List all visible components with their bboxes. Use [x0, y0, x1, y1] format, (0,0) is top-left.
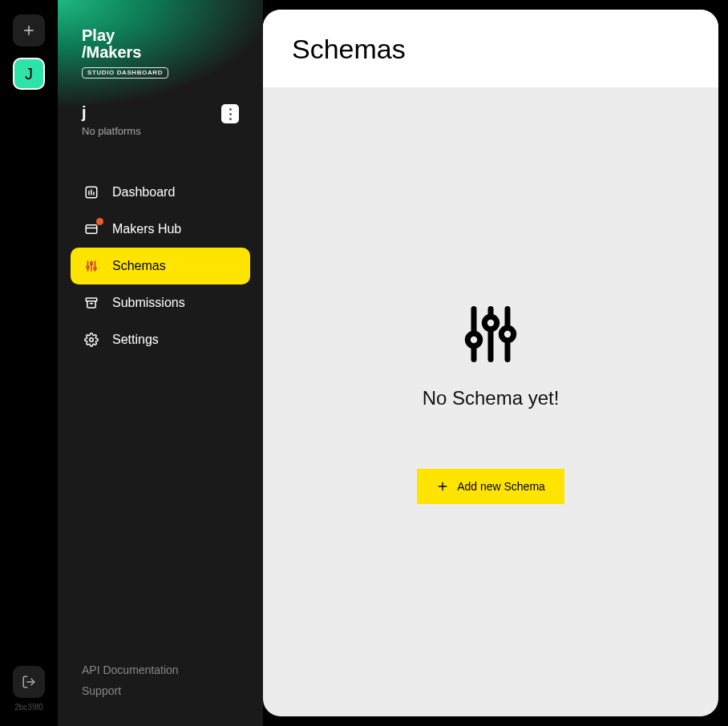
footer-support-link[interactable]: Support — [82, 680, 239, 702]
version-label: 2bc39f0 — [14, 703, 43, 712]
brand-logo: Play /Makers STUDIO DASHBOARD — [82, 27, 239, 79]
sidebar: Play /Makers STUDIO DASHBOARD j No platf… — [58, 0, 263, 726]
avatar-letter: J — [25, 65, 33, 83]
logout-button[interactable] — [13, 666, 45, 698]
logout-icon — [22, 675, 36, 689]
page-title: Schemas — [292, 34, 690, 65]
archive-icon — [83, 295, 99, 311]
chart-icon — [83, 184, 99, 200]
svg-rect-7 — [86, 225, 97, 234]
add-schema-label: Add new Schema — [457, 480, 545, 493]
brand-line1: Play — [82, 27, 239, 44]
empty-title: No Schema yet! — [423, 387, 560, 409]
sidebar-item-schemas[interactable]: Schemas — [71, 248, 250, 284]
main-wrap: Schemas No Schema yet! Add new Schema — [263, 0, 728, 726]
svg-point-14 — [94, 268, 96, 270]
sidebar-item-makers-hub[interactable]: Makers Hub — [71, 211, 250, 248]
sidebar-item-settings[interactable]: Settings — [71, 321, 250, 358]
notification-badge — [96, 218, 103, 225]
plus-icon — [22, 23, 36, 38]
rail-top: J — [13, 14, 45, 666]
rail-bottom: 2bc39f0 — [13, 666, 45, 712]
workspace-name: j — [82, 104, 141, 120]
sidebar-item-submissions[interactable]: Submissions — [71, 284, 250, 321]
empty-icon-wrap — [457, 300, 524, 368]
workspace-info: j No platforms — [82, 104, 141, 137]
sidebar-item-label: Makers Hub — [112, 222, 181, 236]
workspace-avatar[interactable]: J — [13, 58, 45, 90]
sliders-large-icon — [457, 300, 524, 368]
sidebar-footer: API Documentation Support — [58, 659, 263, 726]
brand-badge: STUDIO DASHBOARD — [82, 67, 168, 79]
svg-point-21 — [484, 317, 496, 329]
add-schema-button[interactable]: Add new Schema — [417, 469, 564, 504]
sliders-icon — [83, 258, 99, 274]
sidebar-item-label: Settings — [112, 333, 159, 347]
workspace-platforms: No platforms — [82, 125, 141, 137]
rail-add-button[interactable] — [13, 14, 45, 46]
sidebar-item-label: Schemas — [112, 259, 166, 273]
sidebar-nav: Dashboard Makers Hub Schemas Submissions — [58, 155, 263, 659]
empty-state: No Schema yet! Add new Schema — [263, 87, 718, 716]
plus-icon — [436, 480, 449, 493]
sidebar-item-dashboard[interactable]: Dashboard — [71, 174, 250, 211]
app-rail: J 2bc39f0 — [0, 0, 58, 726]
workspace-menu-button[interactable] — [221, 104, 239, 123]
dots-icon — [229, 108, 232, 111]
sidebar-header: Play /Makers STUDIO DASHBOARD j No platf… — [58, 0, 263, 155]
sidebar-item-label: Submissions — [112, 296, 185, 310]
window-icon — [83, 221, 99, 237]
sidebar-item-label: Dashboard — [112, 185, 175, 200]
svg-point-12 — [91, 263, 93, 265]
svg-rect-15 — [86, 298, 97, 301]
svg-point-17 — [90, 338, 94, 342]
svg-point-10 — [87, 266, 89, 268]
main-card: Schemas No Schema yet! Add new Schema — [263, 10, 718, 716]
main-header: Schemas — [263, 10, 718, 87]
footer-api-link[interactable]: API Documentation — [82, 659, 239, 681]
gear-icon — [83, 332, 99, 348]
svg-point-19 — [467, 333, 479, 345]
svg-point-23 — [501, 328, 513, 340]
workspace-row: j No platforms — [82, 104, 239, 137]
brand-line2: /Makers — [82, 44, 239, 61]
